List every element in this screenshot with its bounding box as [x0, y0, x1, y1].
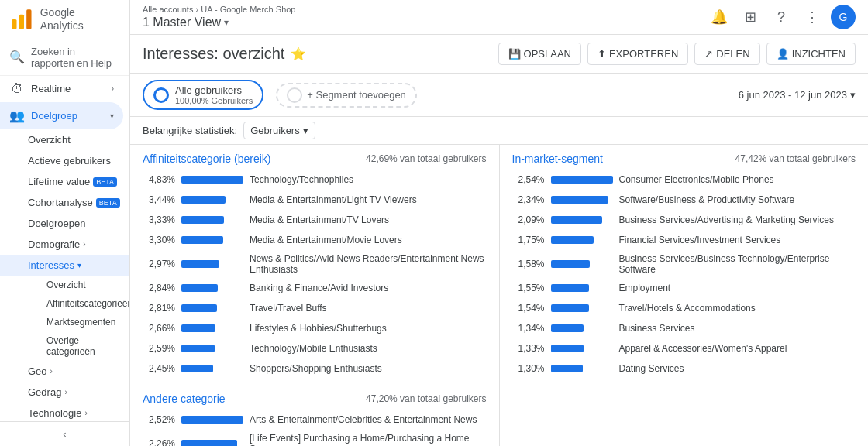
collapse-icon: ‹ — [63, 428, 66, 440]
profile-avatar[interactable]: G — [831, 5, 856, 29]
inmarket-section-header: In-market-segment 47,42% van totaal gebr… — [500, 145, 869, 170]
notifications-icon[interactable]: 🔔 — [707, 5, 732, 29]
segment-name: Alle gebruikers — [175, 84, 253, 96]
export-button[interactable]: ⬆ EXPORTEREN — [587, 43, 688, 65]
row-label: Financial Services/Investment Services — [619, 235, 856, 245]
sidebar-item-lifetime-value[interactable]: Lifetime valueBETA — [0, 171, 129, 192]
row-label: Software/Business & Productivity Softwar… — [619, 194, 856, 205]
table-row: 1,75% Financial Services/Investment Serv… — [500, 230, 869, 250]
row-bar-container — [551, 284, 613, 292]
sidebar-item-overzicht[interactable]: Overzicht — [0, 129, 129, 150]
table-row: 1,33% Apparel & Accessories/Women's Appa… — [500, 338, 869, 359]
row-bar — [181, 440, 237, 446]
row-label: [Life Events] Purchasing a Home/Purchasi… — [250, 433, 487, 446]
sidebar-item-gedrag[interactable]: Gedrag › — [0, 382, 129, 403]
sidebar-item-geo[interactable]: Geo › — [0, 361, 129, 382]
table-row: 2,45% Shoppers/Shopping Enthusiasts — [130, 359, 499, 379]
table-row: 1,54% Travel/Hotels & Accommodations — [500, 298, 869, 318]
view-title[interactable]: 1 Master View ▾ — [143, 15, 295, 29]
row-label: Banking & Finance/Avid Investors — [250, 283, 487, 293]
date-range-picker[interactable]: 6 jun 2023 - 12 jun 2023 ▾ — [739, 89, 856, 101]
row-bar — [551, 176, 613, 184]
row-percentage: 2,54% — [512, 174, 545, 185]
row-bar — [181, 260, 219, 268]
google-analytics-logo-icon — [9, 7, 34, 32]
sidebar-item-doelgroep[interactable]: 👥 Doelgroep ▾ — [0, 102, 123, 129]
row-bar-container — [181, 324, 243, 332]
row-bar — [181, 196, 226, 204]
doelgroep-icon: 👥 — [9, 108, 25, 123]
sidebar-item-interesses[interactable]: Interesses ▾ — [0, 255, 129, 276]
share-icon: ↗ — [704, 48, 713, 60]
save-button[interactable]: 💾 OPSLAAN — [498, 43, 581, 65]
row-bar — [551, 260, 590, 268]
sidebar-search[interactable]: 🔍 Zoeken in rapporten en Help — [0, 39, 129, 76]
row-bar — [181, 345, 215, 352]
segment-circle-icon — [153, 87, 169, 103]
andere-section-header: Andere categorie 47,20% van totaal gebru… — [130, 385, 499, 410]
row-percentage: 1,58% — [512, 259, 545, 269]
metric-select[interactable]: Gebruikers ▾ — [243, 122, 315, 139]
metric-label: Belangrijke statistiek: — [143, 125, 237, 136]
right-panel: In-market-segment 47,42% van totaal gebr… — [500, 145, 869, 446]
row-label: Travel/Travel Buffs — [250, 303, 487, 314]
sidebar-item-marktsegmenten[interactable]: Marktsegmenten — [0, 313, 129, 331]
technologie-arrow: › — [84, 409, 87, 417]
row-percentage: 1,34% — [512, 323, 545, 334]
row-percentage: 1,55% — [512, 283, 545, 293]
row-bar — [551, 365, 583, 372]
row-percentage: 1,33% — [512, 343, 545, 354]
row-bar-container — [181, 304, 243, 312]
row-percentage: 2,66% — [143, 323, 175, 334]
sidebar-item-technologie[interactable]: Technologie › — [0, 403, 129, 421]
row-bar — [181, 416, 243, 424]
row-percentage: 2,84% — [143, 283, 175, 293]
sidebar-item-doelgroepen[interactable]: Doelgroepen — [0, 213, 129, 234]
sidebar-item-overige-categorieen[interactable]: Overige categorieën — [0, 331, 129, 361]
affiniteit-rows: 4,83% Technology/Technophiles 3,44% Medi… — [130, 170, 499, 379]
row-bar — [181, 304, 217, 312]
sidebar-item-actieve-gebruikers[interactable]: Actieve gebruikers — [0, 150, 129, 171]
sidebar-item-interesses-overzicht[interactable]: Overzicht — [0, 276, 129, 294]
segment-add-circle-icon — [287, 87, 302, 103]
metric-dropdown-arrow: ▾ — [303, 125, 308, 136]
row-percentage: 2,09% — [512, 214, 545, 225]
table-row: 1,30% Dating Services — [500, 359, 869, 379]
share-button[interactable]: ↗ DELEN — [694, 43, 760, 65]
row-label: News & Politics/Avid News Readers/Entert… — [250, 253, 487, 275]
affiniteit-pct: 42,69% van totaal gebruikers — [366, 153, 486, 164]
sidebar-collapse-button[interactable]: ‹ — [0, 421, 129, 446]
search-icon: 🔍 — [9, 50, 25, 64]
segment-sub: 100,00% Gebruikers — [175, 96, 253, 105]
table-row: 2,54% Consumer Electronics/Mobile Phones — [500, 170, 869, 190]
sidebar-item-affiniteitscategorieen[interactable]: Affiniteitscategorieën — [0, 294, 129, 313]
help-icon[interactable]: ? — [769, 5, 794, 29]
row-bar-container — [181, 440, 243, 446]
table-row: 2,66% Lifestyles & Hobbies/Shutterbugs — [130, 318, 499, 338]
inmarket-rows: 2,54% Consumer Electronics/Mobile Phones… — [500, 170, 869, 379]
segment-add-button[interactable]: + Segment toevoegen — [276, 83, 417, 108]
row-bar — [181, 216, 224, 224]
svg-rect-1 — [19, 14, 24, 29]
row-bar — [551, 304, 589, 312]
date-range-text: 6 jun 2023 - 12 jun 2023 — [739, 89, 847, 101]
svg-rect-2 — [26, 9, 31, 29]
table-row: 2,84% Banking & Finance/Avid Investors — [130, 278, 499, 298]
row-percentage: 4,83% — [143, 174, 175, 185]
row-bar-container — [551, 365, 613, 372]
sidebar-item-cohortanalyse[interactable]: CohortanalyseBETA — [0, 192, 129, 213]
svg-rect-0 — [12, 19, 16, 29]
more-options-icon[interactable]: ⋮ — [800, 5, 825, 29]
row-percentage: 3,44% — [143, 194, 175, 205]
row-label: Media & Entertainment/Light TV Viewers — [250, 194, 487, 205]
sidebar-item-demografie[interactable]: Demografie › — [0, 234, 129, 255]
segment-all-users[interactable]: Alle gebruikers 100,00% Gebruikers — [143, 80, 264, 110]
sidebar-item-realtime[interactable]: ⏱ Realtime › — [0, 76, 123, 102]
topbar: Alle accounts › UA - Google Merch Shop 1… — [130, 0, 868, 35]
demografie-arrow: › — [83, 240, 85, 249]
page-actions: 💾 OPSLAAN ⬆ EXPORTEREN ↗ DELEN 👤 INZICHT… — [498, 43, 856, 65]
apps-icon[interactable]: ⊞ — [738, 5, 763, 29]
andere-title: Andere categorie — [143, 393, 226, 405]
row-bar-container — [551, 260, 613, 268]
insights-button[interactable]: 👤 INZICHTEN — [766, 43, 856, 65]
